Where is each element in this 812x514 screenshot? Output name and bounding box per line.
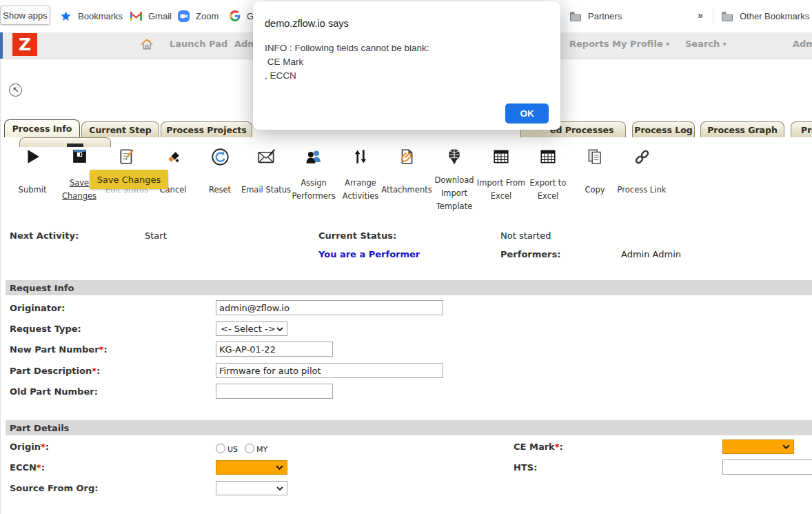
tab-process-more[interactable]: Pro [791, 121, 812, 137]
hts-input[interactable] [722, 459, 812, 475]
source-from-org-label: Source From Org: [10, 483, 98, 493]
bookmark-label: Other Bookmarks [740, 11, 809, 21]
origin-option-label: US [227, 445, 238, 454]
current-status-label: Current Status: [318, 230, 396, 241]
origin-radio-my[interactable] [245, 444, 254, 453]
tab-current-step[interactable]: Current Step [81, 121, 159, 137]
zoom-icon [178, 10, 190, 22]
bookmark-item-google[interactable]: G [230, 8, 254, 24]
tab-process-info[interactable]: Process Info [4, 119, 80, 137]
origin-radio-group: USMY [216, 442, 274, 455]
alert-dialog-message-line: , ECCN [265, 70, 296, 81]
old-part-number-input[interactable] [216, 384, 333, 399]
source-from-org-select[interactable] [216, 481, 287, 495]
ce-mark-label: CE Mark*: [514, 442, 563, 452]
new-part-number-label: New Part Number*: [10, 344, 108, 355]
bookmark-label: Bookmarks [78, 11, 123, 21]
tab-process-graph[interactable]: Process Graph [700, 121, 784, 137]
part-description-label: Part Description*: [10, 366, 100, 376]
new-part-number-input[interactable] [216, 342, 333, 357]
eccn-select[interactable] [216, 460, 287, 475]
next-activity-label: Next Activity: [10, 230, 79, 241]
origin-option-label: MY [256, 445, 267, 454]
alert-dialog-title: demo.zflow.io says [265, 18, 349, 29]
performers-label: Performers: [500, 249, 560, 259]
folder-icon [721, 11, 733, 21]
alert-dialog: demo.zflow.io says INFO : Following fiel… [253, 1, 560, 130]
request-type-select[interactable]: <- Select -> [216, 322, 287, 336]
bookmark-label: Gmail [148, 11, 172, 21]
bookmarks-divider [713, 8, 713, 23]
request-info-header: Request Info [6, 280, 812, 295]
chevron-down-icon [276, 486, 283, 491]
performers-value: Admin Admin [621, 249, 681, 259]
process-link-button[interactable]: Process Link [613, 148, 671, 206]
folder-icon [569, 11, 582, 21]
chevron-down-icon [782, 444, 790, 449]
bookmark-folder-other-bookmarks[interactable]: Other Bookmarks [721, 8, 809, 24]
part-details-header: Part Details [6, 420, 812, 435]
bookmark-item-zoom[interactable]: Zoom [178, 8, 219, 24]
nav-search[interactable]: Search ▾ [685, 39, 727, 49]
originator-label: Originator: [10, 303, 65, 313]
screen: Show apps Bookmarks Gmail Zoom [0, 0, 812, 514]
origin-radio-us[interactable] [216, 444, 225, 453]
window-edge-line [0, 59, 1, 514]
bookmark-item-bookmarks[interactable]: Bookmarks [60, 8, 123, 24]
eccn-label: ECCN*: [10, 462, 45, 473]
part-description-input[interactable] [216, 363, 443, 378]
alert-dialog-message-line: CE Mark [265, 57, 303, 67]
performer-note[interactable]: You are a Performer [318, 249, 420, 259]
tab-second-row-partial[interactable] [19, 137, 111, 147]
bookmark-item-gmail[interactable]: Gmail [130, 8, 172, 24]
chevron-down-icon: ▾ [723, 40, 727, 48]
alert-dialog-message-line: INFO : Following fields cannot be blank: [265, 43, 429, 53]
originator-input[interactable] [216, 300, 443, 315]
window-edge [0, 32, 3, 59]
nav-launch-pad[interactable]: Launch Pad [170, 39, 227, 49]
save-changes-tooltip: Save Changes [90, 170, 168, 189]
tab-process-log[interactable]: Process Log [632, 121, 695, 137]
cursor-circle-icon: ↖ [9, 83, 22, 97]
bookmark-label: Partners [588, 11, 622, 21]
show-apps-button[interactable]: Show apps [0, 6, 50, 25]
chevron-down-icon [276, 465, 283, 470]
tab-process-projects[interactable]: Process Projects [161, 121, 252, 137]
tab-partial-text [67, 144, 83, 147]
old-part-number-label: Old Part Number: [10, 386, 98, 397]
hts-label: HTS: [514, 462, 537, 473]
next-activity-value: Start [145, 230, 167, 241]
google-icon [230, 10, 241, 21]
bookmarks-overflow-chevron[interactable]: » [698, 10, 703, 21]
ok-button[interactable]: OK [505, 103, 549, 123]
gmail-icon [130, 11, 142, 21]
request-type-label: Request Type: [10, 324, 81, 334]
chevron-down-icon: ▾ [666, 40, 669, 48]
process-link-icon [613, 148, 671, 171]
nav-my-profile[interactable]: My Profile ▾ [612, 39, 669, 49]
ce-mark-select[interactable] [722, 439, 794, 454]
zflow-logo[interactable]: Z [12, 33, 37, 56]
bookmark-folder-partners[interactable]: Partners [569, 8, 622, 24]
origin-label: Origin*: [10, 442, 49, 452]
nav-admin-right[interactable]: Adm [793, 39, 812, 49]
current-status-value: Not started [500, 230, 551, 241]
nav-reports[interactable]: Reports [569, 39, 609, 49]
star-icon [60, 10, 72, 22]
home-icon[interactable] [140, 37, 154, 54]
chevron-down-icon [276, 327, 283, 331]
bookmark-label: Zoom [196, 11, 219, 21]
